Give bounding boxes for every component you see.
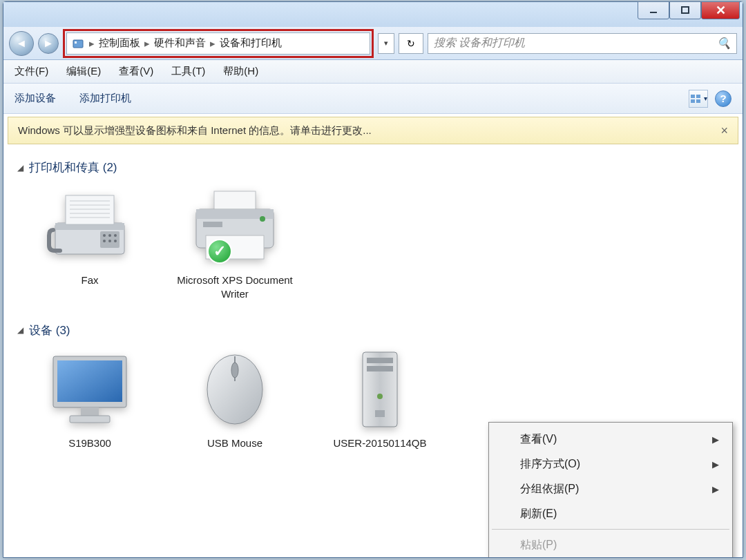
svg-rect-37	[367, 358, 393, 363]
search-placeholder: 搜索 设备和打印机	[434, 36, 525, 50]
svg-rect-0	[650, 12, 657, 13]
menu-edit[interactable]: 编辑(E)	[66, 65, 101, 78]
device-label: Microsoft XPS Document Writer	[176, 273, 294, 302]
svg-rect-30	[57, 360, 122, 402]
default-check-icon: ✓	[207, 239, 232, 264]
svg-rect-5	[696, 95, 700, 98]
cmd-add-device[interactable]: 添加设备	[15, 92, 56, 105]
device-label: Fax	[31, 273, 149, 287]
info-bar[interactable]: Windows 可以显示增强型设备图标和来自 Internet 的信息。请单击进…	[8, 117, 738, 144]
svg-rect-4	[691, 95, 695, 98]
crumb-2[interactable]: 硬件和声音	[154, 37, 206, 50]
back-button[interactable]: ◄	[9, 31, 34, 56]
svg-point-27	[260, 216, 265, 222]
device-fax[interactable]: Fax	[31, 185, 149, 302]
crumb-1[interactable]: 控制面板	[99, 37, 140, 50]
svg-rect-32	[70, 416, 110, 423]
ctx-view[interactable]: 查看(V)▶	[490, 427, 731, 452]
refresh-button[interactable]: ↻	[399, 33, 423, 54]
monitor-icon	[41, 348, 138, 431]
command-bar: 添加设备 添加打印机 ▾ ?	[3, 84, 743, 114]
svg-point-21	[108, 240, 111, 242]
group-header-printers[interactable]: ◢ 打印机和传真 (2)	[17, 160, 729, 175]
cmd-add-printer[interactable]: 添加打印机	[79, 92, 131, 105]
location-icon	[71, 37, 85, 50]
breadcrumb[interactable]: ▸控制面板 ▸硬件和声音 ▸设备和打印机	[66, 32, 370, 55]
menu-view[interactable]: 查看(V)	[119, 65, 153, 78]
address-bar: ◄ ► ▸控制面板 ▸硬件和声音 ▸设备和打印机 ▾ ↻ 搜索 设备和打印机 🔍	[3, 27, 743, 60]
group-title: 设备 (3)	[29, 322, 70, 338]
device-monitor[interactable]: S19B300	[31, 348, 149, 450]
svg-point-39	[377, 394, 383, 399]
svg-point-35	[231, 363, 238, 378]
svg-point-17	[103, 234, 106, 237]
group-header-devices[interactable]: ◢ 设备 (3)	[17, 322, 729, 338]
svg-rect-3	[75, 41, 77, 44]
close-button[interactable]: ✕	[701, 1, 740, 19]
svg-point-22	[114, 240, 117, 242]
ctx-sort[interactable]: 排序方式(O)▶	[490, 452, 731, 476]
address-dropdown[interactable]: ▾	[378, 33, 394, 54]
svg-rect-31	[81, 407, 99, 416]
menu-file[interactable]: 文件(F)	[15, 65, 48, 78]
info-bar-close[interactable]: ×	[720, 124, 728, 138]
crumb-3[interactable]: 设备和打印机	[220, 37, 282, 50]
printer-icon: ✓	[186, 185, 283, 268]
search-input[interactable]: 搜索 设备和打印机 🔍	[428, 33, 737, 54]
svg-rect-10	[66, 195, 114, 224]
svg-rect-23	[214, 191, 256, 211]
svg-rect-38	[367, 366, 393, 371]
ctx-refresh[interactable]: 刷新(E)	[490, 501, 731, 526]
device-label: S19B300	[31, 436, 149, 450]
content-area: ◢ 打印机和传真 (2) Fax	[3, 147, 743, 557]
mouse-icon	[186, 348, 283, 431]
view-mode-button[interactable]: ▾	[689, 90, 708, 108]
search-icon: 🔍	[717, 37, 731, 50]
ctx-paste: 粘贴(P)	[490, 532, 731, 557]
collapse-icon: ◢	[17, 325, 23, 335]
device-pc[interactable]: USER-20150114QB	[321, 348, 439, 450]
svg-rect-7	[696, 99, 700, 103]
breadcrumb-highlight: ▸控制面板 ▸硬件和声音 ▸设备和打印机	[63, 29, 374, 58]
minimize-button[interactable]	[638, 1, 669, 19]
menu-tools[interactable]: 工具(T)	[171, 65, 205, 78]
svg-point-18	[108, 234, 111, 237]
svg-point-19	[114, 234, 117, 237]
device-xps-writer[interactable]: ✓ Microsoft XPS Document Writer	[176, 185, 294, 302]
device-mouse[interactable]: USB Mouse	[176, 348, 294, 450]
info-bar-text: Windows 可以显示增强型设备图标和来自 Internet 的信息。请单击进…	[18, 124, 372, 137]
forward-button[interactable]: ►	[38, 33, 59, 54]
group-title: 打印机和传真 (2)	[29, 160, 117, 175]
help-button[interactable]: ?	[715, 90, 731, 107]
explorer-window: ✕ ◄ ► ▸控制面板 ▸硬件和声音 ▸设备和打印机 ▾ ↻ 搜索 设备和打印机…	[3, 1, 743, 558]
svg-rect-40	[375, 410, 385, 417]
svg-point-20	[103, 240, 106, 242]
title-bar: ✕	[3, 2, 743, 27]
svg-rect-28	[203, 222, 222, 227]
svg-rect-6	[691, 99, 695, 103]
menu-help[interactable]: 帮助(H)	[223, 65, 258, 78]
fax-icon	[41, 185, 138, 268]
menu-bar: 文件(F) 编辑(E) 查看(V) 工具(T) 帮助(H)	[3, 60, 743, 84]
device-label: USB Mouse	[176, 436, 294, 450]
context-menu: 查看(V)▶ 排序方式(O)▶ 分组依据(P)▶ 刷新(E) 粘贴(P) 粘贴快…	[488, 422, 733, 557]
collapse-icon: ◢	[17, 163, 23, 173]
device-label: USER-20150114QB	[321, 436, 439, 450]
maximize-button[interactable]	[669, 1, 701, 19]
svg-rect-1	[682, 7, 689, 13]
ctx-group[interactable]: 分组依据(P)▶	[490, 476, 731, 501]
computer-icon	[332, 348, 428, 431]
svg-rect-2	[73, 40, 83, 48]
